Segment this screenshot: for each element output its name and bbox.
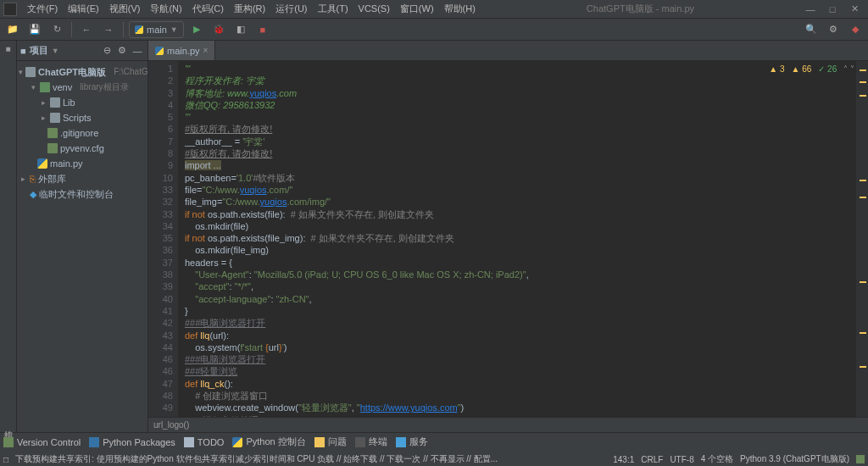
services-tool[interactable]: 服务	[396, 435, 428, 448]
project-tool-button[interactable]: ■	[3, 44, 13, 53]
version-control-tool[interactable]: Version Control	[3, 437, 81, 447]
line-separator[interactable]: CRLF	[641, 455, 663, 464]
menu-item[interactable]: 导航(N)	[145, 2, 186, 15]
todo-tool[interactable]: TODO	[184, 437, 225, 447]
menu-item[interactable]: 代码(C)	[187, 2, 229, 15]
tree-mainpy[interactable]: main.py	[17, 156, 147, 171]
interpreter[interactable]: Python 3.9 (ChatGPT电脑版)	[740, 453, 849, 465]
menu-item[interactable]: 编辑(E)	[63, 2, 104, 15]
editor-tabs: main.py ×	[148, 41, 868, 61]
line-gutter[interactable]: 1234567891033323334353637383940414243444…	[148, 61, 178, 417]
tree-pyvenv[interactable]: pyvenv.cfg	[17, 141, 147, 156]
problems-tool[interactable]: 问题	[314, 435, 347, 448]
refresh-icon[interactable]: ↻	[47, 20, 66, 39]
stop-button[interactable]: ■	[253, 20, 272, 39]
save-icon[interactable]: 💾	[25, 20, 44, 39]
menu-item[interactable]: 工具(T)	[313, 2, 353, 15]
project-label: 项目	[30, 44, 48, 57]
indent[interactable]: 4 个空格	[701, 453, 733, 465]
run-config-label: main	[147, 25, 167, 35]
profiler-icon[interactable]: ◆	[846, 20, 865, 39]
python-icon	[135, 25, 143, 34]
back-icon[interactable]: ←	[77, 20, 96, 39]
forward-icon[interactable]: →	[99, 20, 118, 39]
inspections-widget[interactable]: ▲ 3 ▲ 66 ✓ 26 ˄ ˅	[769, 64, 854, 74]
project-header: ■ 项目 ▼ ⊖ ⚙ —	[17, 41, 147, 61]
menu-item[interactable]: 窗口(W)	[395, 2, 439, 15]
editor: main.py × ▲ 3 ▲ 66 ✓ 26 ˄ ˅ 123456789103…	[148, 41, 868, 432]
left-tool-strip: ■ 结构 书签	[0, 41, 17, 432]
tree-scripts[interactable]: ▸Scripts	[17, 110, 147, 125]
toolbar: 📁 💾 ↻ ← → main ▼ ▶ 🐞 ◧ ■ 🔍 ⚙ ◆	[0, 19, 868, 41]
project-panel: ■ 项目 ▼ ⊖ ⚙ — ▾ChatGPT电脑版 F:\ChatGPT电脑 ▾v…	[17, 41, 148, 432]
breadcrumbs[interactable]: url_logo()	[148, 417, 868, 432]
tree-scratches[interactable]: ◆临时文件和控制台	[17, 186, 147, 202]
settings-icon[interactable]: ⚙	[824, 20, 843, 39]
status-bar: □ 下载预构建共享索引: 使用预构建的Python 软件包共享索引减少索引时间和…	[0, 451, 868, 466]
tree-external[interactable]: ▸⎘外部库	[17, 171, 147, 186]
search-icon[interactable]: 🔍	[802, 20, 821, 39]
gear-icon[interactable]: ⚙	[115, 44, 129, 58]
collapse-icon[interactable]: ⊖	[100, 44, 114, 58]
menu-item[interactable]: 重构(R)	[229, 2, 270, 15]
status-icon[interactable]: □	[3, 455, 8, 464]
lock-icon[interactable]	[856, 455, 865, 463]
status-message[interactable]: 下载预构建共享索引: 使用预构建的Python 软件包共享索引减少索引时间和 C…	[15, 453, 606, 465]
tree-gitignore[interactable]: .gitignore	[17, 125, 147, 141]
tab-mainpy[interactable]: main.py ×	[148, 41, 215, 60]
caret-position[interactable]: 143:1	[613, 455, 634, 464]
toolwindow-bar: Version Control Python Packages TODO Pyt…	[0, 432, 868, 451]
encoding[interactable]: UTF-8	[670, 455, 693, 464]
app-logo	[3, 3, 17, 16]
close-icon[interactable]: ×	[203, 46, 209, 55]
menu-item[interactable]: 运行(U)	[270, 2, 312, 15]
menu-item[interactable]: 帮助(H)	[439, 2, 481, 15]
run-button[interactable]: ▶	[187, 20, 206, 39]
run-config-selector[interactable]: main ▼	[129, 21, 184, 38]
menu-bar: 文件(F)编辑(E)视图(V)导航(N)代码(C)重构(R)运行(U)工具(T)…	[0, 0, 868, 19]
folder-icon[interactable]: 📁	[3, 20, 22, 39]
error-stripe[interactable]	[856, 61, 868, 417]
project-tree[interactable]: ▾ChatGPT电脑版 F:\ChatGPT电脑 ▾venv library根目…	[17, 61, 147, 432]
maximize-button[interactable]: □	[822, 4, 843, 14]
tab-label: main.py	[167, 46, 200, 56]
menu-item[interactable]: 文件(F)	[22, 2, 63, 15]
project-title: ■	[20, 46, 26, 56]
menu-item[interactable]: 视图(V)	[104, 2, 146, 15]
hide-icon[interactable]: —	[131, 44, 144, 58]
minimize-button[interactable]: —	[800, 4, 821, 14]
terminal-tool[interactable]: 终端	[355, 435, 387, 448]
debug-button[interactable]: 🐞	[209, 20, 228, 39]
tree-lib[interactable]: ▸Lib	[17, 95, 147, 110]
close-button[interactable]: ✕	[844, 3, 865, 14]
python-icon	[155, 47, 164, 55]
python-console-tool[interactable]: Python 控制台	[232, 435, 305, 448]
window-title: ChatGPT电脑版 - main.py	[587, 3, 694, 15]
coverage-icon[interactable]: ◧	[231, 20, 250, 39]
code-area[interactable]: '''程序开发作者: 宇棠博客地址: www.yuqios.com微信QQ: 2…	[178, 61, 856, 417]
tree-root[interactable]: ▾ChatGPT电脑版 F:\ChatGPT电脑	[17, 64, 147, 80]
menu-item[interactable]: VCS(S)	[353, 2, 395, 15]
python-packages-tool[interactable]: Python Packages	[89, 437, 175, 447]
tree-venv[interactable]: ▾venv library根目录	[17, 80, 147, 95]
